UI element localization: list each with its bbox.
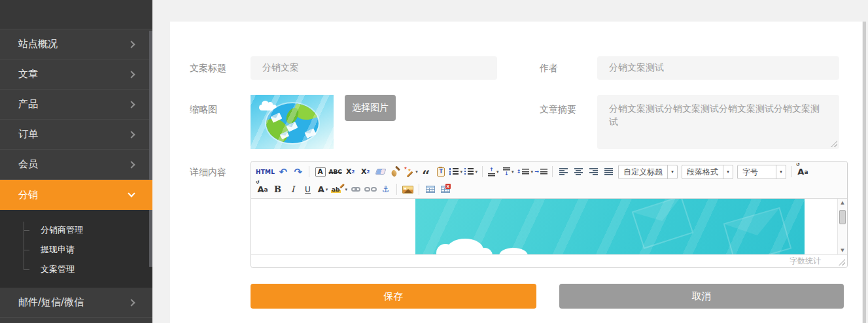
toolbar-separator xyxy=(791,166,792,177)
toolbar-separator xyxy=(309,166,309,177)
ordered-list-icon[interactable]: ▾ xyxy=(449,165,463,179)
summary-label: 文章摘要 xyxy=(540,97,576,121)
blockquote-icon[interactable]: “ xyxy=(419,165,433,179)
thumbnail-preview-image xyxy=(251,95,334,149)
chevron-down-icon: ▾ xyxy=(667,165,677,178)
unordered-list-icon[interactable]: ▾ xyxy=(464,165,478,179)
thumbnail-label: 缩略图 xyxy=(190,97,217,121)
editor-content-area[interactable]: ▲ ▼ xyxy=(251,199,847,254)
cancel-button[interactable]: 取消 xyxy=(559,284,844,309)
page-scrollbar[interactable] xyxy=(863,22,866,323)
letter-case-convert-icon[interactable]: Aa xyxy=(796,165,810,179)
align-center-icon[interactable] xyxy=(572,165,585,179)
sidebar-item-label: 产品 xyxy=(18,98,38,110)
dropdown-label: 段落格式 xyxy=(682,165,723,178)
insert-link-icon[interactable] xyxy=(349,182,362,197)
chevron-right-icon xyxy=(128,71,135,78)
envelope-shape xyxy=(280,131,289,139)
font-color-icon[interactable]: A▾ xyxy=(316,182,330,197)
paragraph-spacing-top-icon[interactable]: ↑▾ xyxy=(487,165,500,179)
toolbar-separator xyxy=(419,184,419,195)
align-right-icon[interactable] xyxy=(587,165,600,179)
align-justify-icon[interactable] xyxy=(602,165,616,179)
auto-typeset-icon[interactable]: ▾ xyxy=(404,165,418,179)
sidebar-item-site-overview[interactable]: 站点概况 xyxy=(0,29,152,60)
content-label: 详细内容 xyxy=(190,160,226,184)
insert-image-icon[interactable] xyxy=(401,182,415,197)
redo-icon[interactable]: ↷ xyxy=(291,165,305,179)
chevron-right-icon xyxy=(128,101,135,108)
editor-status-bar: 字数统计 xyxy=(251,254,847,267)
strikethrough-icon[interactable]: ABC xyxy=(328,165,342,179)
custom-title-dropdown[interactable]: 自定义标题 ▾ xyxy=(618,165,678,179)
main-panel: 文案标题 作者 缩略图 选择图片 文章摘要 分销文案测试分销文案测试分销文案测试… xyxy=(170,22,862,323)
paragraph-format-dropdown[interactable]: 段落格式 ▾ xyxy=(682,165,733,179)
sidebar-item-articles[interactable]: 文章 xyxy=(0,60,152,90)
sidebar-scrollbar-thumb[interactable] xyxy=(149,31,152,267)
undo-icon[interactable]: ↶ xyxy=(276,165,290,179)
chevron-down-icon: ▾ xyxy=(776,165,786,178)
paste-word-icon[interactable]: T xyxy=(434,165,448,179)
title-input[interactable] xyxy=(251,56,497,80)
chevron-right-icon xyxy=(128,299,135,306)
highlight-color-icon[interactable]: ab▾ xyxy=(331,182,347,197)
bold-icon[interactable]: B xyxy=(271,182,285,197)
align-left-icon[interactable] xyxy=(557,165,570,179)
dropdown-label: 自定义标题 xyxy=(619,165,667,178)
underline-icon[interactable]: U xyxy=(301,182,315,197)
editor-toolbar: HTML ↶ ↷ A ABC X2 X2 ▾ “ T ▾ ▾ ↑▾ ↓▾ xyxy=(251,162,847,199)
submenu-item-distributor-management[interactable]: 分销商管理 xyxy=(0,220,152,240)
choose-image-button[interactable]: 选择图片 xyxy=(345,95,396,121)
unlink-icon[interactable] xyxy=(364,182,377,197)
envelope-outline-shape xyxy=(723,207,792,254)
delete-table-icon[interactable] xyxy=(438,182,452,197)
format-clear-icon[interactable] xyxy=(373,165,387,179)
editor-scrollbar-thumb[interactable] xyxy=(839,210,846,224)
continent-shape xyxy=(284,106,301,126)
word-count-label: 字数统计 xyxy=(790,256,821,267)
toolbar-separator xyxy=(396,184,397,195)
indent-icon[interactable]: → xyxy=(534,165,548,179)
insert-table-icon[interactable] xyxy=(423,182,437,197)
toolbar-separator xyxy=(482,166,483,177)
sidebar-item-distribution[interactable]: 分销 xyxy=(0,180,152,210)
submenu-item-withdrawal-application[interactable]: 提现申请 xyxy=(0,240,152,260)
paragraph-spacing-bottom-icon[interactable]: ↓▾ xyxy=(502,165,515,179)
continent-shape xyxy=(293,103,319,122)
author-input[interactable] xyxy=(597,56,839,80)
source-code-button[interactable]: HTML xyxy=(256,165,275,179)
scroll-up-icon[interactable]: ▲ xyxy=(841,200,844,205)
editor-toolbar-row-2: Aa B I U A▾ ab▾ ⚓ xyxy=(255,180,843,198)
author-label: 作者 xyxy=(540,56,558,80)
envelope-shape xyxy=(286,122,298,132)
italic-icon[interactable]: I xyxy=(286,182,300,197)
submenu-item-copy-management[interactable]: 文案管理 xyxy=(0,260,152,279)
anchor-icon[interactable]: ⚓ xyxy=(379,182,392,197)
globe-shape xyxy=(266,103,319,143)
letter-case-convert-icon[interactable]: Aa xyxy=(256,182,269,197)
sidebar-item-orders[interactable]: 订单 xyxy=(0,120,152,150)
chevron-right-icon xyxy=(128,131,135,138)
plain-text-icon[interactable]: A xyxy=(313,165,327,179)
editor-scrollbar[interactable]: ▲ ▼ xyxy=(837,199,847,254)
content-banner-image xyxy=(415,199,805,254)
sidebar-item-label: 邮件/短信/微信 xyxy=(18,296,84,309)
line-height-icon[interactable]: ↕▾ xyxy=(517,165,533,179)
sidebar-item-mail-sms-wechat[interactable]: 邮件/短信/微信 xyxy=(0,288,152,318)
format-painter-icon[interactable] xyxy=(389,165,402,179)
summary-textarea[interactable]: 分销文案测试分销文案测试分销文案测试分销文案测试 xyxy=(597,95,839,149)
save-button[interactable]: 保存 xyxy=(251,284,536,309)
editor-resize-handle[interactable] xyxy=(839,259,845,265)
subscript-icon[interactable]: X2 xyxy=(358,165,372,179)
font-size-dropdown[interactable]: 字号 ▾ xyxy=(737,165,786,179)
sidebar-item-members[interactable]: 会员 xyxy=(0,150,152,180)
sidebar-item-label: 文章 xyxy=(18,68,38,80)
superscript-icon[interactable]: X2 xyxy=(343,165,357,179)
scroll-down-icon[interactable]: ▼ xyxy=(841,248,844,253)
dropdown-label: 字号 xyxy=(738,165,776,178)
sidebar-item-label: 会员 xyxy=(18,158,38,171)
rich-text-editor: HTML ↶ ↷ A ABC X2 X2 ▾ “ T ▾ ▾ ↑▾ ↓▾ xyxy=(251,161,848,268)
sidebar-item-products[interactable]: 产品 xyxy=(0,90,152,120)
summary-field-wrap: 分销文案测试分销文案测试分销文案测试分销文案测试 xyxy=(597,95,839,149)
sidebar-item-label: 站点概况 xyxy=(18,38,58,50)
